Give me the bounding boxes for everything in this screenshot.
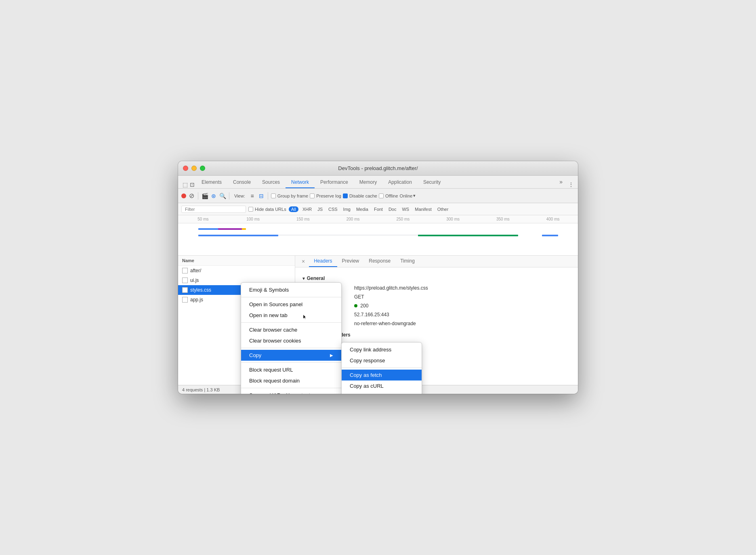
- title-bar: DevTools - preload.glitch.me/after/: [178, 161, 578, 176]
- filter-type-xhr[interactable]: XHR: [301, 206, 313, 212]
- group-by-frame-check[interactable]: [271, 193, 276, 198]
- filter-type-img[interactable]: Img: [342, 206, 352, 212]
- tab-memory[interactable]: Memory: [354, 177, 382, 188]
- more-options-icon[interactable]: ⋮: [567, 181, 575, 188]
- filter-type-manifest[interactable]: Manifest: [413, 206, 433, 212]
- filter-type-other[interactable]: Other: [436, 206, 450, 212]
- view-list-icon[interactable]: ≡: [249, 192, 256, 200]
- ruler-mark-300: 300 ms: [428, 217, 478, 221]
- more-tabs-button[interactable]: »: [556, 176, 566, 188]
- tab-console[interactable]: Console: [227, 177, 256, 188]
- status-text: 4 requests | 1.3 KB: [182, 387, 220, 392]
- inspect-icon[interactable]: ⬚: [181, 181, 189, 188]
- filter-bar: Hide data URLs All XHR JS CSS Img Media …: [178, 203, 578, 215]
- group-by-frame-checkbox[interactable]: Group by frame: [271, 193, 308, 198]
- sub-context-menu-copy: Copy link address Copy response Copy as …: [341, 342, 422, 394]
- disable-cache-checkbox[interactable]: Disable cache: [343, 193, 377, 198]
- hide-data-urls[interactable]: Hide data URLs: [248, 207, 286, 212]
- maximize-button[interactable]: [200, 166, 205, 171]
- ruler-mark-250: 250 ms: [378, 217, 428, 221]
- ruler-mark-350: 350 ms: [478, 217, 528, 221]
- offline-check[interactable]: [379, 193, 384, 198]
- record-button[interactable]: [181, 193, 186, 198]
- submenu-item-copy-link[interactable]: Copy link address: [342, 344, 422, 355]
- tab-application[interactable]: Application: [382, 177, 418, 188]
- panel-tab-response[interactable]: Response: [364, 256, 395, 267]
- traffic-lights: [183, 166, 205, 171]
- throttle-dropdown[interactable]: Online ▾: [400, 193, 416, 198]
- filter-type-css[interactable]: CSS: [327, 206, 339, 212]
- ruler-mark-400: 400 ms: [528, 217, 578, 221]
- disable-cache-label: Disable cache: [349, 193, 377, 198]
- menu-item-block-domain[interactable]: Block request domain: [241, 375, 341, 386]
- menu-item-clear-cookies[interactable]: Clear browser cookies: [241, 335, 341, 346]
- timeline-bar-green: [418, 235, 518, 236]
- context-menu-main: Emoji & Symbols Open in Sources panel Op…: [241, 282, 342, 394]
- preserve-log-check[interactable]: [310, 193, 315, 198]
- separator-cm3: [241, 348, 341, 348]
- timeline-ruler: 50 ms 100 ms 150 ms 200 ms 250 ms 300 ms…: [178, 215, 578, 223]
- filter-type-ws[interactable]: WS: [400, 206, 411, 212]
- hide-data-urls-label: Hide data URLs: [255, 207, 286, 212]
- menu-item-save-har[interactable]: Save as HAR with content: [241, 390, 341, 394]
- separator-cm2: [241, 322, 341, 323]
- disable-cache-check[interactable]: [343, 193, 348, 198]
- menu-item-copy[interactable]: Copy ▶: [241, 350, 341, 361]
- separator-cm1: [241, 297, 341, 297]
- ruler-mark-150: 150 ms: [278, 217, 328, 221]
- hide-data-urls-check[interactable]: [248, 207, 253, 212]
- file-item-after[interactable]: after/: [178, 266, 295, 275]
- filter-type-font[interactable]: Font: [372, 206, 384, 212]
- submenu-item-copy-as-curl[interactable]: Copy as cURL: [342, 381, 422, 391]
- separator-sub1: [342, 368, 422, 368]
- panel-tab-headers[interactable]: Headers: [309, 256, 337, 267]
- context-menu-container: Emoji & Symbols Open in Sources panel Op…: [241, 282, 422, 394]
- view-waterfall-icon[interactable]: ⊟: [258, 192, 265, 200]
- menu-item-open-tab[interactable]: Open in new tab: [241, 310, 341, 321]
- file-icon-uijs: [182, 278, 188, 283]
- clear-button[interactable]: ⊘: [188, 192, 195, 200]
- offline-label: Offline: [385, 193, 398, 198]
- submenu-item-copy-as-fetch[interactable]: Copy as fetch: [342, 370, 422, 381]
- ruler-mark-100: 100 ms: [228, 217, 278, 221]
- panel-tab-preview[interactable]: Preview: [337, 256, 364, 267]
- filter-type-js[interactable]: JS: [316, 206, 324, 212]
- filter-type-media[interactable]: Media: [355, 206, 370, 212]
- tab-sources[interactable]: Sources: [256, 177, 286, 188]
- tab-elements[interactable]: Elements: [196, 177, 227, 188]
- menu-item-block-url[interactable]: Block request URL: [241, 364, 341, 375]
- timeline-bars: [178, 223, 578, 254]
- screenshot-button[interactable]: 🎬: [201, 192, 208, 200]
- menu-item-open-sources[interactable]: Open in Sources panel: [241, 299, 341, 310]
- network-toolbar: ⊘ 🎬 ⊛ 🔍 View: ≡ ⊟ Group by frame Preserv…: [178, 189, 578, 203]
- close-button[interactable]: [183, 166, 188, 171]
- panel-tabs: × Headers Preview Response Timing: [295, 256, 578, 267]
- minimize-button[interactable]: [191, 166, 197, 171]
- separator-3: [268, 192, 268, 200]
- tab-network[interactable]: Network: [286, 177, 315, 188]
- separator-2: [229, 192, 229, 200]
- search-icon[interactable]: 🔍: [219, 192, 226, 200]
- preserve-log-checkbox[interactable]: Preserve log: [310, 193, 341, 198]
- filter-type-doc[interactable]: Doc: [387, 206, 398, 212]
- ruler-mark-200: 200 ms: [328, 217, 378, 221]
- file-icon-after: [182, 268, 188, 273]
- menu-item-emoji[interactable]: Emoji & Symbols: [241, 284, 341, 295]
- timeline-bar-3: [218, 228, 242, 230]
- tab-performance[interactable]: Performance: [315, 177, 354, 188]
- panel-close-button[interactable]: ×: [298, 256, 309, 267]
- filter-icon[interactable]: ⊛: [210, 192, 217, 200]
- timeline-bar-right: [542, 235, 558, 236]
- ruler-mark-50: 50 ms: [178, 217, 228, 221]
- submenu-item-copy-all-fetch[interactable]: Copy all as fetch: [342, 391, 422, 394]
- filter-type-all[interactable]: All: [289, 206, 298, 212]
- filter-input[interactable]: [181, 206, 246, 213]
- device-icon[interactable]: ⊡: [189, 181, 196, 188]
- tab-security[interactable]: Security: [418, 177, 446, 188]
- offline-checkbox[interactable]: Offline: [379, 193, 398, 198]
- panel-tab-timing[interactable]: Timing: [395, 256, 420, 267]
- menu-item-clear-cache[interactable]: Clear browser cache: [241, 324, 341, 335]
- submenu-item-copy-response[interactable]: Copy response: [342, 355, 422, 366]
- separator-cm4: [241, 362, 341, 363]
- file-icon-appjs: [182, 297, 188, 303]
